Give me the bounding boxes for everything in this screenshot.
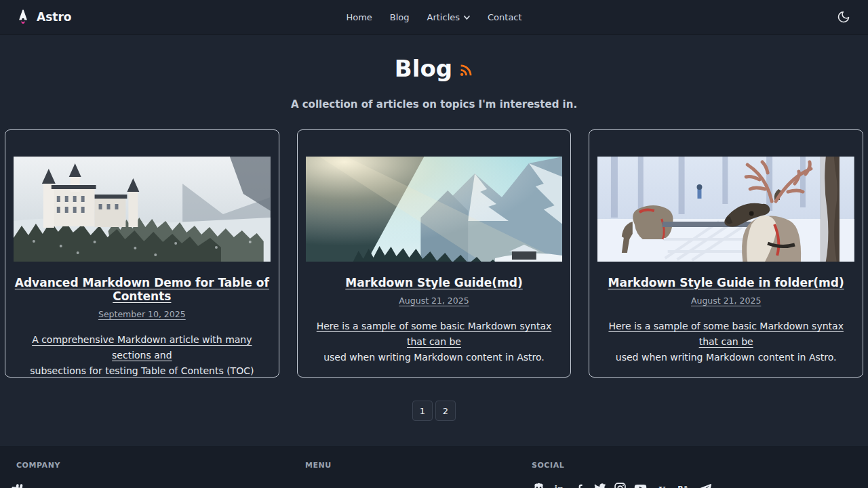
svg-text:in: in — [555, 484, 564, 488]
footer-menu-heading: MENU — [305, 461, 532, 470]
snowy-castle-photo[interactable] — [14, 157, 271, 262]
post-description-line: A comprehensive Markdown article with ma… — [14, 332, 271, 363]
nav-item-label: Contact — [488, 12, 522, 22]
site-footer: COMPANY MENU Home SOCIAL — [0, 446, 868, 488]
nav-item-label: Articles — [427, 12, 460, 22]
post-title-link[interactable]: Advanced Markdown Demo for Table of Cont… — [14, 276, 271, 303]
youtube-icon[interactable] — [633, 481, 648, 488]
vimeo-icon[interactable]: v — [654, 481, 668, 488]
page-subtitle: A collection of articles on topics I'm i… — [0, 98, 868, 110]
winter-valley-photo[interactable] — [306, 157, 563, 262]
post-date: September 10, 2025 — [14, 309, 271, 319]
post-description[interactable]: Here is a sample of some basic Markdown … — [597, 319, 854, 365]
theme-toggle-button[interactable] — [834, 7, 853, 26]
brand-logo-link[interactable]: Astro — [15, 8, 71, 26]
svg-text:v: v — [658, 483, 665, 488]
astro-logo-icon — [15, 8, 31, 26]
post-grid: Advanced Markdown Demo for Table of Cont… — [5, 129, 863, 378]
post-description-line: Here is a sample of some basic Markdown … — [306, 319, 563, 350]
github-icon[interactable] — [532, 481, 546, 488]
footer-company-column: COMPANY — [16, 461, 305, 488]
telegram-icon[interactable] — [698, 481, 712, 488]
footer-menu-column: MENU Home — [305, 461, 532, 488]
nav-item-contact[interactable]: Contact — [488, 12, 522, 22]
moon-icon — [837, 10, 850, 24]
pagination-page-1[interactable]: 1 — [412, 401, 433, 421]
nav-item-label: Blog — [390, 12, 410, 22]
nav-item-blog[interactable]: Blog — [390, 12, 410, 22]
reindeer-sleigh-photo[interactable] — [597, 157, 854, 262]
chevron-down-icon — [463, 14, 470, 21]
post-description[interactable]: Here is a sample of some basic Markdown … — [306, 319, 563, 365]
social-icons-row: in — [532, 481, 852, 488]
main-content: Blog A collection of articles on topics … — [0, 55, 868, 421]
svg-text:Bē: Bē — [677, 485, 688, 488]
post-card: Advanced Markdown Demo for Table of Cont… — [5, 129, 279, 378]
page-title: Blog — [0, 55, 868, 82]
behance-icon[interactable]: Bē — [674, 481, 692, 488]
instagram-icon[interactable] — [613, 481, 627, 488]
post-card: Markdown Style Guide in folder(md) Augus… — [589, 129, 863, 378]
post-description-line: subsections for testing Table of Content… — [14, 363, 271, 378]
footer-company-heading: COMPANY — [16, 461, 305, 470]
post-description-line: used when writing Markdown content in As… — [597, 350, 854, 365]
site-header: Astro Home Blog Articles Contact — [0, 0, 868, 35]
nav-item-articles[interactable]: Articles — [427, 12, 470, 22]
footer-social-column: SOCIAL in — [532, 461, 852, 488]
twitter-icon[interactable] — [593, 481, 607, 488]
rss-icon[interactable] — [458, 63, 473, 78]
linkedin-icon[interactable]: in — [552, 481, 566, 488]
facebook-icon[interactable] — [572, 481, 587, 488]
post-card: Markdown Style Guide(md) August 21, 2025… — [297, 129, 572, 378]
brand-name: Astro — [37, 10, 71, 24]
page-title-text: Blog — [395, 55, 452, 82]
post-title-link[interactable]: Markdown Style Guide in folder(md) — [597, 276, 854, 289]
post-description[interactable]: A comprehensive Markdown article with ma… — [14, 332, 271, 378]
post-date: August 21, 2025 — [597, 296, 854, 306]
slack-icon[interactable] — [9, 481, 27, 488]
post-date: August 21, 2025 — [306, 296, 563, 306]
post-title-link[interactable]: Markdown Style Guide(md) — [306, 276, 563, 289]
nav-item-label: Home — [346, 12, 372, 22]
footer-social-heading: SOCIAL — [532, 461, 852, 470]
main-nav: Home Blog Articles Contact — [346, 0, 521, 35]
post-description-line: used when writing Markdown content in As… — [306, 350, 563, 365]
pagination: 1 2 — [0, 401, 868, 421]
post-description-line: Here is a sample of some basic Markdown … — [597, 319, 854, 350]
pagination-page-2[interactable]: 2 — [435, 401, 456, 421]
nav-item-home[interactable]: Home — [346, 12, 372, 22]
